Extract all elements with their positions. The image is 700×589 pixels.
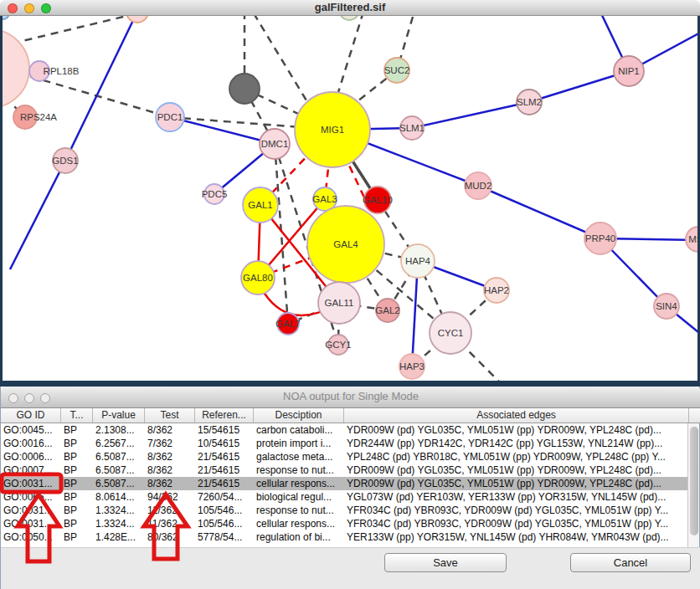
window-border-left [0,15,3,387]
node-label-PRP40: PRP40 [585,233,615,243]
network-window: RPL18BRPS24APDC1GDS1MIG1DMC1SUC2SLM1SLM2… [0,0,700,387]
node-label-NIP1: NIP1 [618,66,640,76]
table-row[interactable]: GO:0016...BP6.2567...7/36210/54615protei… [1,437,689,450]
node-label-GAL1: GAL1 [248,200,272,210]
table-cell: BP [61,437,93,450]
node-label-RPL18B: RPL18B [44,66,80,76]
noa-titlebar[interactable]: NOA output for Single Mode [1,387,700,408]
table-cell: protein import i... [254,437,344,450]
network-edge-dd[interactable] [336,12,363,100]
column-header-referen[interactable]: Referen... [195,407,254,423]
table-scrollbar[interactable] [687,423,699,547]
table-cell: GO:0050... [1,530,61,544]
table-cell: 7260/54... [195,490,254,504]
node-label-GDS1: GDS1 [52,156,78,166]
network-edge-pp[interactable] [10,161,65,269]
table-cell: 6.5087... [93,477,145,490]
network-edge-pp[interactable] [170,117,275,144]
table-cell: YFR034C (pd) YBR093C, YDR009W (pd) YGL03… [344,504,689,517]
table-cell: carbon cataboli... [254,423,344,437]
node-label-SIN4: SIN4 [656,301,677,311]
network-window-title: galFiltered.sif [0,1,700,13]
save-button[interactable]: Save [384,553,507,572]
table-cell: biological regul... [254,490,344,504]
table-cell: 80/362 [145,530,195,544]
column-header-associatededges[interactable]: Associated edges [344,407,689,423]
network-edge-dd[interactable] [275,144,288,324]
table-cell: GO:0016... [1,437,61,450]
column-header-desciption[interactable]: Desciption [254,407,344,423]
column-header-t[interactable]: T... [61,407,93,423]
table-cell: GO:0031... [1,517,61,530]
table-body: GO:0045...BP2.1308...8/36215/54615carbon… [1,423,689,547]
table-cell: GO:0031... [1,477,61,490]
table-cell: GO:0006... [1,450,61,464]
table-cell: 5778/54... [195,530,254,544]
cancel-button[interactable]: Cancel [570,553,691,572]
table-row[interactable]: GO:0031...BP1.3324...11/362105/546...cel… [1,517,689,530]
node-label-GCY1: GCY1 [325,340,351,350]
table-cell: 6.2567... [93,437,145,450]
network-edge-pp[interactable] [478,186,600,238]
network-edge-dd[interactable] [12,13,137,44]
table-cell: 105/546... [195,517,254,530]
table-cell: YPL248C (pd) YBR018C, YML051W (pp) YDR00… [344,450,689,464]
node-gray-node[interactable] [229,74,260,104]
table-cell: galactose meta... [254,450,344,464]
table-row[interactable]: GO:0031...BP1.3324...11/362105/546...res… [1,504,689,517]
network-edge-pp[interactable] [412,102,529,128]
node-label-GAL80: GAL80 [243,273,273,283]
node-left-large-node[interactable] [0,29,29,108]
node-label-MIG1: MIG1 [321,125,344,135]
table-cell: 94/362 [145,490,195,504]
table-cell: BP [61,530,93,544]
table-cell: GO:0065... [1,490,61,504]
table-cell: BP [61,517,93,530]
table-cell: 1.3324... [93,517,145,530]
table-cell: YDR244W (pp) YDR142C, YDR142C (pp) YGL15… [344,437,689,450]
table-cell: YGL073W (pd) YER103W, YER133W (pp) YOR31… [344,490,689,504]
table-row[interactable]: GO:0031...BP6.5087...8/36221/54615cellul… [1,477,689,490]
table-cell: 7/362 [145,437,195,450]
node-label-GAL2: GAL2 [375,305,399,315]
table-cell: 8/362 [145,477,195,490]
table-cell: YDR009W (pd) YGL035C, YML051W (pp) YDR00… [344,423,689,437]
table-cell: 8/362 [145,464,195,477]
network-edge-dd[interactable] [254,13,311,109]
column-header-pvalue[interactable]: P-value [93,407,145,423]
node-label-PDC5: PDC5 [202,189,228,199]
node-label-GAL11: GAL11 [325,298,354,308]
table-cell: BP [61,464,93,477]
table-cell: cellular respons... [254,477,344,490]
noa-window-title: NOA output for Single Mode [1,390,700,402]
table-cell: 21/54615 [195,450,254,464]
table-cell: YFR034C (pd) YBR093C, YDR009W (pd) YGL03… [344,517,689,530]
node-label-HAP3: HAP3 [399,361,425,371]
table-cell: 8/362 [145,450,195,464]
node-label-MUD2: MUD2 [465,181,492,191]
table-cell: 15/54615 [195,423,254,437]
table-cell: BP [61,477,93,490]
column-header-goid[interactable]: GO ID [1,407,61,423]
network-edge-pp[interactable] [65,12,137,161]
table-cell: 105/546... [195,504,254,517]
table-cell: regulation of bi... [254,530,344,544]
table-row[interactable]: GO:0065...BP8.0614...94/3627260/54...bio… [1,490,689,504]
table-row[interactable]: GO:0006...BP6.5087...8/36221/54615galact… [1,450,689,464]
table-row[interactable]: GO:0007...BP6.5087...8/36221/54615respon… [1,464,689,477]
table-cell: 1.428E... [93,530,145,544]
table-cell: 21/54615 [195,477,254,490]
table-row[interactable]: GO:0050...BP1.428E...80/3625778/54...reg… [1,530,689,544]
network-titlebar[interactable]: galFiltered.sif [0,0,700,16]
column-header-test[interactable]: Test [145,407,195,423]
table-row[interactable]: GO:0045...BP2.1308...8/36215/54615carbon… [1,423,689,437]
table-cell: YDR009W (pd) YGL035C, YML051W (pp) YDR00… [344,464,689,477]
screen: RPL18BRPS24APDC1GDS1MIG1DMC1SUC2SLM1SLM2… [0,0,700,589]
scrollbar-thumb[interactable] [690,427,698,535]
table-cell: 2.1308... [93,423,145,437]
window-border-bottom [0,381,700,387]
node-label-HAP4: HAP4 [405,256,431,266]
table-cell: BP [61,490,93,504]
table-cell: GO:0031... [1,504,61,517]
table-cell: GO:0007... [1,464,61,477]
